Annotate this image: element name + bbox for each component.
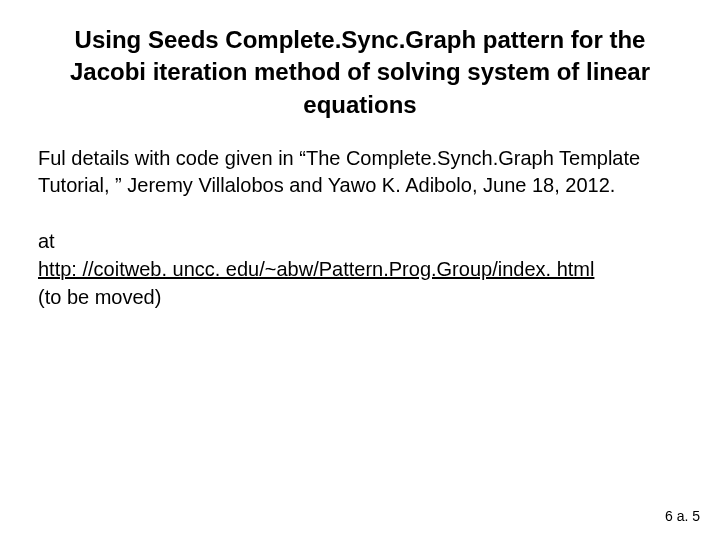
page-number: 6 a. 5 xyxy=(665,508,700,524)
paragraph-details: Ful details with code given in “The Comp… xyxy=(32,145,688,199)
slide-title: Using Seeds Complete.Sync.Graph pattern … xyxy=(32,24,688,145)
slide: Using Seeds Complete.Sync.Graph pattern … xyxy=(0,0,720,540)
link-prefix: at xyxy=(38,230,55,252)
link-suffix: (to be moved) xyxy=(38,286,161,308)
paragraph-link-block: at http: //coitweb. uncc. edu/~abw/Patte… xyxy=(32,227,688,311)
tutorial-url[interactable]: http: //coitweb. uncc. edu/~abw/Pattern.… xyxy=(38,258,594,280)
